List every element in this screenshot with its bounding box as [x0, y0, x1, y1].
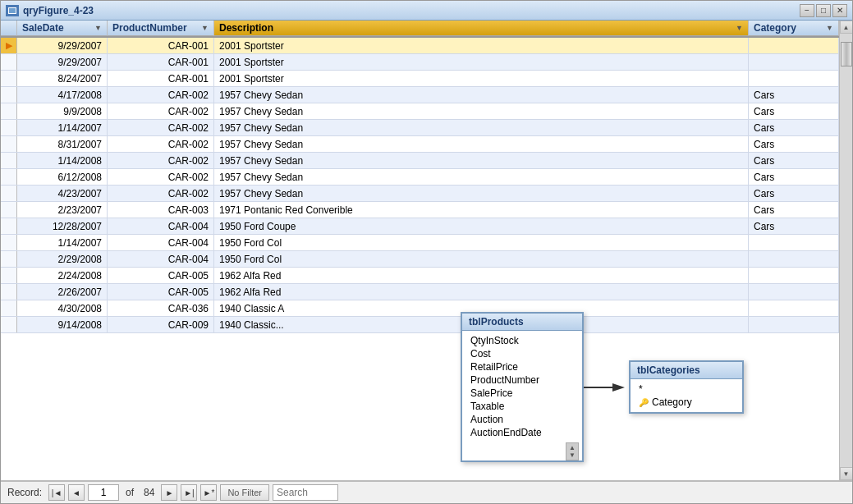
- cell-saledate: 12/28/2007: [17, 218, 108, 234]
- table-row[interactable]: ▶9/29/2007CAR-0012001 Sportster: [1, 38, 839, 54]
- cell-saledate: 9/29/2007: [17, 54, 108, 70]
- table-row[interactable]: 8/31/2007CAR-0021957 Chevy SedanCars: [1, 136, 839, 153]
- col-header-productnumber[interactable]: ProductNumber ▼: [108, 21, 214, 36]
- products-scrollbar[interactable]: ▲ ▼: [566, 442, 579, 460]
- row-indicator: [1, 71, 17, 86]
- cell-category: [749, 317, 839, 332]
- table-row[interactable]: 2/24/2008CAR-0051962 Alfa Red: [1, 268, 839, 284]
- nav-next-button[interactable]: ►: [161, 484, 177, 501]
- tbl-products-body: QtyInStockCostRetailPriceProductNumberSa…: [462, 331, 582, 442]
- cell-description: 2001 Sportster: [214, 71, 749, 86]
- cell-description: 1957 Chevy Sedan: [214, 186, 749, 201]
- row-indicator: [1, 169, 17, 185]
- main-window: qryFigure_4-23 − □ ✕ SaleDate ▼ ProductN: [0, 0, 853, 504]
- cell-saledate: 1/14/2007: [17, 120, 108, 135]
- title-bar-controls: − □ ✕: [800, 4, 847, 17]
- table-row[interactable]: 2/26/2007CAR-0051962 Alfa Red: [1, 284, 839, 300]
- cell-saledate: 4/17/2008: [17, 87, 108, 103]
- table-row[interactable]: 6/12/2008CAR-0021957 Chevy SedanCars: [1, 169, 839, 186]
- cell-saledate: 4/23/2007: [17, 186, 108, 201]
- app-icon: [6, 5, 19, 16]
- title-bar-left: qryFigure_4-23: [6, 5, 94, 16]
- cell-saledate: 1/14/2008: [17, 153, 108, 168]
- col-header-description[interactable]: Description ▼: [214, 21, 749, 36]
- table-row[interactable]: 9/29/2007CAR-0012001 Sportster: [1, 54, 839, 71]
- table-row[interactable]: 2/23/2007CAR-0031971 Pontanic Red Conver…: [1, 202, 839, 218]
- table-row[interactable]: 4/17/2008CAR-0021957 Chevy SedanCars: [1, 87, 839, 103]
- sort-arrow-description: ▼: [736, 24, 743, 32]
- row-indicator: [1, 136, 17, 152]
- cell-saledate: 2/26/2007: [17, 284, 108, 300]
- row-indicator: ▶: [1, 38, 17, 53]
- restore-button[interactable]: □: [816, 4, 831, 17]
- cell-description: 1971 Pontanic Red Converible: [214, 202, 749, 218]
- schema-field: SalePrice: [462, 387, 582, 400]
- grid-header: SaleDate ▼ ProductNumber ▼ Description ▼…: [1, 21, 839, 38]
- nav-prev-button[interactable]: ◄: [68, 484, 85, 501]
- table-row[interactable]: 1/14/2008CAR-0021957 Chevy SedanCars: [1, 153, 839, 169]
- cell-saledate: 9/29/2007: [17, 38, 108, 53]
- cell-productnumber: CAR-001: [108, 38, 214, 53]
- cell-saledate: 9/9/2008: [17, 103, 108, 119]
- search-input[interactable]: [273, 484, 338, 501]
- nav-last-button[interactable]: ►|: [181, 484, 197, 501]
- cell-description: 1957 Chevy Sedan: [214, 169, 749, 185]
- tbl-products-table: tblProducts QtyInStockCostRetailPricePro…: [461, 312, 584, 462]
- cell-category: Cars: [749, 120, 839, 135]
- nav-first-button[interactable]: |◄: [48, 484, 65, 501]
- table-row[interactable]: 1/14/2007CAR-0021957 Chevy SedanCars: [1, 120, 839, 136]
- cell-category: [749, 268, 839, 283]
- schema-field: QtyInStock: [462, 334, 582, 347]
- active-row-arrow: ▶: [6, 40, 12, 51]
- col-header-category[interactable]: Category ▼: [749, 21, 839, 36]
- col-header-indicator: [1, 21, 17, 36]
- cell-saledate: 1/14/2007: [17, 235, 108, 250]
- cell-description: 2001 Sportster: [214, 38, 749, 53]
- cell-category: [749, 300, 839, 316]
- table-row[interactable]: 9/9/2008CAR-0021957 Chevy SedanCars: [1, 103, 839, 120]
- col-header-saledate[interactable]: SaleDate ▼: [17, 21, 108, 36]
- cell-saledate: 2/24/2008: [17, 268, 108, 283]
- cell-saledate: 2/29/2008: [17, 251, 108, 267]
- row-indicator: [1, 120, 17, 135]
- table-row[interactable]: 1/14/2007CAR-0041950 Ford Col: [1, 235, 839, 251]
- cell-category: Cars: [749, 136, 839, 152]
- cell-saledate: 4/30/2008: [17, 300, 108, 316]
- cell-productnumber: CAR-002: [108, 169, 214, 185]
- record-current-input[interactable]: [88, 484, 119, 501]
- cell-description: 1957 Chevy Sedan: [214, 136, 749, 152]
- cell-productnumber: CAR-003: [108, 202, 214, 218]
- table-row[interactable]: 12/28/2007CAR-0041950 Ford CoupeCars: [1, 218, 839, 235]
- table-row[interactable]: 8/24/2007CAR-0012001 Sportster: [1, 71, 839, 87]
- cell-category: [749, 54, 839, 70]
- vertical-scrollbar[interactable]: ▲ ▼: [839, 21, 852, 480]
- scroll-thumb[interactable]: [841, 42, 852, 66]
- cell-saledate: 6/12/2008: [17, 169, 108, 185]
- schema-container: tblProducts QtyInStockCostRetailPricePro…: [461, 312, 744, 462]
- cell-productnumber: CAR-009: [108, 317, 214, 332]
- cell-category: [749, 251, 839, 267]
- record-total: 84: [144, 487, 154, 498]
- table-row[interactable]: 2/29/2008CAR-0041950 Ford Col: [1, 251, 839, 268]
- minimize-button[interactable]: −: [800, 4, 814, 17]
- cell-description: 2001 Sportster: [214, 54, 749, 70]
- no-filter-button[interactable]: No Filter: [220, 484, 269, 501]
- close-button[interactable]: ✕: [832, 4, 847, 17]
- cell-category: Cars: [749, 103, 839, 119]
- cell-productnumber: CAR-002: [108, 120, 214, 135]
- scroll-up-button[interactable]: ▲: [840, 21, 853, 34]
- cell-category: [749, 38, 839, 53]
- cell-productnumber: CAR-004: [108, 251, 214, 267]
- table-row[interactable]: 4/23/2007CAR-0021957 Chevy SedanCars: [1, 186, 839, 202]
- scroll-down-button[interactable]: ▼: [840, 467, 853, 480]
- nav-new-button[interactable]: ►*: [200, 484, 217, 501]
- tbl-categories-table: tblCategories *🔑Category: [629, 360, 744, 414]
- schema-field: *: [631, 383, 742, 396]
- cell-category: [749, 235, 839, 250]
- window-title: qryFigure_4-23: [23, 5, 94, 16]
- cell-productnumber: CAR-002: [108, 186, 214, 201]
- table-container: SaleDate ▼ ProductNumber ▼ Description ▼…: [1, 21, 852, 503]
- scroll-track[interactable]: [840, 34, 853, 467]
- cell-category: [749, 71, 839, 86]
- schema-field: AuctionEndDate: [462, 426, 582, 439]
